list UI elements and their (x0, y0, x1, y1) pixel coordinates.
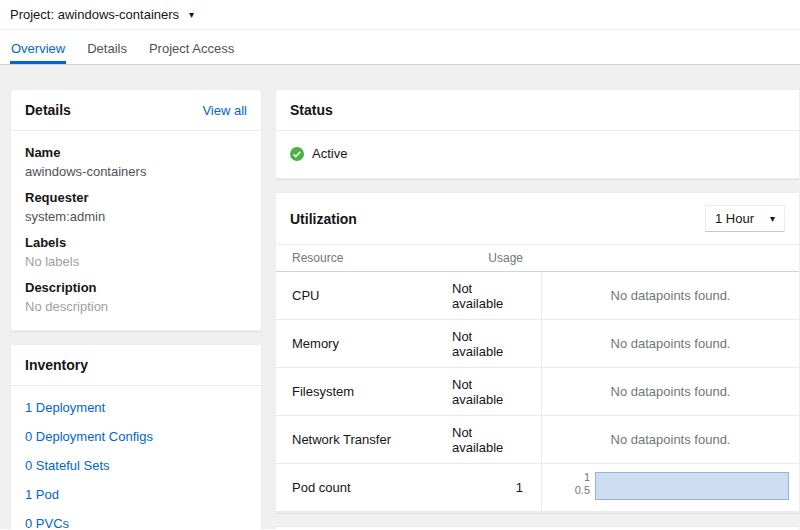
inventory-item-deployment-configs[interactable]: 0 Deployment Configs (25, 429, 247, 444)
tab-details[interactable]: Details (86, 30, 128, 64)
left-column: Details View all Name awindows-container… (10, 89, 262, 529)
field-requester: Requester system:admin (25, 190, 247, 224)
details-card-title: Details (25, 102, 71, 118)
inventory-item-pvcs[interactable]: 0 PVCs (25, 516, 247, 529)
utilization-table-header: Resource Usage (276, 245, 799, 272)
table-row-memory: Memory Not available No datapoints found… (276, 320, 799, 368)
tab-project-access[interactable]: Project Access (148, 30, 235, 64)
project-bar: Project: awindows-containers ▾ (0, 0, 800, 30)
right-column: Status Active Utilization 1 (275, 89, 800, 529)
resource-chart-empty: No datapoints found. (541, 416, 799, 463)
table-row-cpu: CPU Not available No datapoints found. (276, 272, 799, 320)
field-name: Name awindows-containers (25, 145, 247, 179)
field-label: Labels (25, 235, 247, 250)
utilization-card: Utilization 1 Hour ▾ Resource Usage CPU (275, 192, 800, 513)
resource-name: Pod count (276, 464, 452, 511)
resource-name: CPU (276, 272, 452, 319)
chevron-down-icon: ▾ (189, 10, 194, 20)
partial-bottom-card (275, 526, 800, 529)
status-label: Active (312, 146, 347, 161)
field-value: No labels (25, 254, 247, 269)
inventory-card-title: Inventory (25, 357, 88, 373)
resource-usage: Not available (452, 368, 541, 415)
duration-dropdown[interactable]: 1 Hour ▾ (705, 205, 785, 232)
resource-chart-empty: No datapoints found. (541, 320, 799, 367)
tab-bar: Overview Details Project Access (0, 30, 800, 65)
resource-chart-empty: No datapoints found. (541, 368, 799, 415)
status-card-header: Status (276, 90, 799, 131)
project-selector-dropdown[interactable]: Project: awindows-containers ▾ (10, 7, 194, 22)
inventory-item-deployments[interactable]: 1 Deployment (25, 400, 247, 415)
field-value: system:admin (25, 209, 247, 224)
resource-name: Network Transfer (276, 416, 452, 463)
resource-usage: Not available (452, 272, 541, 319)
column-header-usage: Usage (452, 251, 541, 265)
details-card-body: Name awindows-containers Requester syste… (11, 131, 261, 330)
field-labels: Labels No labels (25, 235, 247, 269)
resource-name: Memory (276, 320, 452, 367)
inventory-item-stateful-sets[interactable]: 0 Stateful Sets (25, 458, 247, 473)
duration-dropdown-label: 1 Hour (715, 211, 754, 226)
status-card-title: Status (290, 102, 333, 118)
inventory-card-body: 1 Deployment 0 Deployment Configs 0 Stat… (11, 386, 261, 529)
field-description: Description No description (25, 280, 247, 314)
resource-usage: 1 (452, 464, 541, 511)
resource-usage: Not available (452, 416, 541, 463)
y-tick: 1 (584, 471, 590, 484)
success-check-circle-icon (290, 147, 304, 161)
resource-chart-empty: No datapoints found. (541, 272, 799, 319)
pod-count-sparkline-area (595, 472, 789, 500)
project-selector-label: Project: awindows-containers (10, 7, 179, 22)
utilization-table: Resource Usage CPU Not available No data… (276, 245, 799, 512)
field-value: No description (25, 299, 247, 314)
view-all-link[interactable]: View all (202, 103, 247, 118)
y-tick: 0.5 (575, 484, 590, 497)
chevron-down-icon: ▾ (770, 214, 775, 224)
pod-count-chart-cell: 1 0.5 (541, 464, 799, 511)
inventory-card: Inventory 1 Deployment 0 Deployment Conf… (10, 344, 262, 529)
details-card-header: Details View all (11, 90, 261, 131)
field-label: Requester (25, 190, 247, 205)
project-overview-page: Project: awindows-containers ▾ Overview … (0, 0, 800, 529)
status-card: Status Active (275, 89, 800, 179)
utilization-card-title: Utilization (290, 211, 357, 227)
field-label: Name (25, 145, 247, 160)
status-card-body: Active (276, 131, 799, 178)
table-row-network-transfer: Network Transfer Not available No datapo… (276, 416, 799, 464)
sparkline-y-axis: 1 0.5 (542, 470, 590, 497)
inventory-item-pods[interactable]: 1 Pod (25, 487, 247, 502)
field-label: Description (25, 280, 247, 295)
content-area: Details View all Name awindows-container… (0, 65, 800, 529)
resource-usage: Not available (452, 320, 541, 367)
resource-name: Filesystem (276, 368, 452, 415)
utilization-card-header: Utilization 1 Hour ▾ (276, 193, 799, 245)
column-header-resource: Resource (276, 251, 452, 265)
details-card: Details View all Name awindows-container… (10, 89, 262, 331)
field-value: awindows-containers (25, 164, 247, 179)
inventory-card-header: Inventory (11, 345, 261, 386)
table-row-filesystem: Filesystem Not available No datapoints f… (276, 368, 799, 416)
table-row-pod-count: Pod count 1 1 0.5 (276, 464, 799, 512)
tab-overview[interactable]: Overview (10, 30, 66, 64)
